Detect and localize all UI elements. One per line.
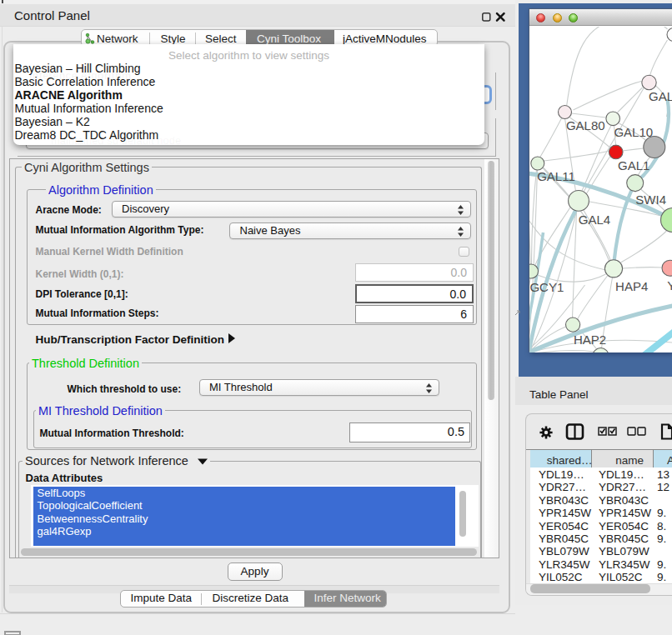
svg-text:GAL80: GAL80: [565, 118, 604, 132]
svg-text:SWI4: SWI4: [635, 192, 666, 207]
svg-text:GAL4: GAL4: [578, 212, 609, 226]
svg-text:GAL1: GAL1: [618, 158, 649, 172]
svg-text:YEL0: YEL0: [667, 278, 672, 292]
svg-text:GAL11: GAL11: [537, 169, 575, 183]
svg-text:GCY1: GCY1: [529, 280, 564, 294]
svg-text:GAL10: GAL10: [614, 124, 653, 138]
svg-text:GAL2: GAL2: [649, 88, 672, 102]
svg-text:HAP4: HAP4: [615, 279, 648, 293]
svg-text:HAP2: HAP2: [573, 332, 605, 346]
